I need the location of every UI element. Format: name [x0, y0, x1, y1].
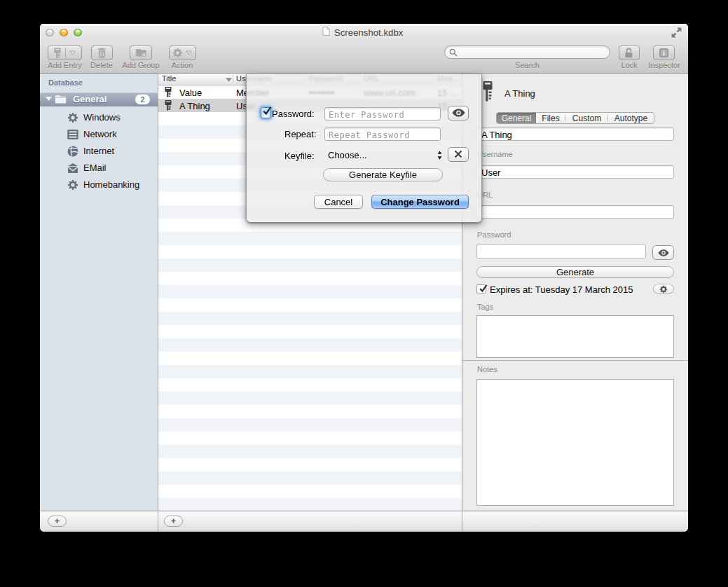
key-icon [54, 48, 61, 59]
tab-autotype[interactable]: Autotype [608, 113, 654, 123]
dialog-password-input[interactable]: Enter Password [324, 107, 441, 120]
tags-label: Tags [477, 303, 493, 311]
zoom-button[interactable] [74, 29, 82, 37]
username-field[interactable]: User [476, 165, 674, 179]
add-group-button[interactable] [130, 46, 152, 60]
password-label: Password [477, 230, 511, 239]
title-field[interactable]: A Thing [476, 127, 674, 141]
change-password-sheet: Password: Enter Password Repeat: Repeat … [246, 74, 482, 223]
inspector-entry-title: A Thing [504, 88, 535, 99]
window-chrome: Screenshot.kdbx Add Entry Delete Add Gro… [40, 24, 688, 74]
generate-keyfile-button[interactable]: Generate Keyfile [323, 168, 443, 181]
sidebar-item-network[interactable]: Network [40, 126, 158, 143]
inspector-panel: A Thing General Files Custom Autotype A … [462, 74, 688, 511]
popup-stepper-icon[interactable] [437, 151, 442, 160]
reveal-password-button[interactable] [652, 245, 674, 260]
generate-button[interactable]: Generate [476, 266, 674, 278]
dialog-repeat-label: Repeat: [284, 129, 317, 139]
sidebar-item-label: Network [83, 129, 117, 139]
add-entry-plus-button[interactable]: + [164, 516, 183, 527]
column-divider[interactable] [233, 75, 233, 83]
sidebar-item-homebanking[interactable]: Homebanking [40, 177, 158, 193]
sidebar: Database General 2 WindowsNetworkInterne… [40, 74, 158, 511]
lock-label: Lock [612, 61, 647, 69]
expires-gear-button[interactable] [653, 284, 674, 294]
chevron-down-icon [186, 50, 192, 55]
x-icon [454, 150, 462, 158]
tab-general[interactable]: General [497, 113, 536, 123]
cancel-button[interactable]: Cancel [314, 195, 363, 209]
sidebar-item-email[interactable]: EMail [40, 160, 158, 177]
tab-files[interactable]: Files [536, 113, 565, 123]
url-field[interactable] [476, 205, 674, 219]
section-divider [462, 360, 688, 361]
inspector-button[interactable] [653, 46, 675, 60]
sort-indicator-icon [226, 78, 232, 82]
sidebar-item-label: EMail [83, 163, 107, 173]
sidebar-group-badge: 2 [135, 95, 150, 104]
dialog-keyfile-label: Keyfile: [284, 151, 315, 161]
server-icon [67, 129, 78, 140]
inspector-icon [659, 48, 669, 58]
bottom-bar: + + [40, 511, 688, 532]
tags-field[interactable] [476, 315, 674, 358]
window-title: Screenshot.kdbx [334, 27, 403, 38]
clear-keyfile-button[interactable] [448, 147, 469, 162]
folder-icon [55, 95, 67, 104]
cell-title: Value [179, 88, 231, 98]
gear-icon [659, 285, 668, 294]
dialog-repeat-input[interactable]: Repeat Password [324, 127, 441, 141]
lock-button[interactable] [619, 46, 640, 60]
delete-button[interactable] [91, 46, 113, 60]
add-group-plus-button[interactable]: + [48, 516, 67, 527]
notes-field[interactable] [476, 379, 674, 506]
username-label: Username [477, 150, 513, 158]
keyfile-popup[interactable]: Choose... [328, 150, 367, 160]
split-divider [65, 48, 66, 58]
expires-label: Expires at: Tuesday 17 March 2015 [490, 284, 633, 295]
notes-label: Notes [477, 365, 497, 373]
change-password-button[interactable]: Change Password [371, 195, 469, 209]
sidebar-group-label: General [73, 94, 107, 104]
add-entry-label: Add Entry [41, 61, 88, 69]
sidebar-item-label: Windows [83, 112, 121, 123]
inspector-label: Inspector [644, 61, 685, 69]
sidebar-group-general[interactable]: General 2 [40, 92, 158, 106]
dialog-reveal-button[interactable] [448, 106, 469, 120]
gear-icon [67, 179, 78, 191]
folder-plus-icon [135, 48, 147, 57]
globe-icon [67, 146, 78, 157]
key-icon [165, 100, 172, 111]
fullscreen-icon[interactable] [671, 27, 682, 38]
action-label: Action [169, 61, 196, 69]
close-button[interactable] [46, 29, 54, 37]
search-input[interactable] [444, 46, 610, 59]
eye-icon [452, 109, 465, 117]
entry-key-icon [483, 81, 493, 102]
eye-icon [658, 249, 669, 256]
password-enabled-checkbox[interactable] [261, 107, 271, 118]
expires-checkbox[interactable] [476, 284, 486, 294]
sidebar-item-windows[interactable]: Windows [40, 109, 158, 126]
minimize-button[interactable] [60, 29, 68, 37]
delete-label: Delete [88, 61, 116, 69]
document-proxy-icon [322, 27, 330, 36]
inspector-tabs: General Files Custom Autotype [496, 112, 654, 124]
checkmark-icon [262, 106, 273, 116]
sidebar-section-header: Database [48, 78, 83, 87]
cell-title: A Thing [179, 101, 231, 111]
envelope-icon [67, 163, 78, 174]
checkmark-icon [479, 284, 488, 294]
sidebar-item-label: Internet [83, 146, 114, 156]
column-header-title[interactable]: Title [162, 74, 176, 83]
gear-icon [67, 112, 78, 123]
tab-custom[interactable]: Custom [565, 113, 608, 123]
sidebar-item-label: Homebanking [83, 179, 139, 190]
action-button[interactable] [169, 46, 196, 60]
disclosure-triangle-icon[interactable] [46, 97, 52, 101]
trash-icon [97, 48, 107, 58]
sidebar-item-internet[interactable]: Internet [40, 143, 158, 160]
pane-divider [158, 511, 158, 532]
password-field[interactable] [476, 244, 646, 258]
add-entry-button[interactable] [48, 46, 82, 60]
